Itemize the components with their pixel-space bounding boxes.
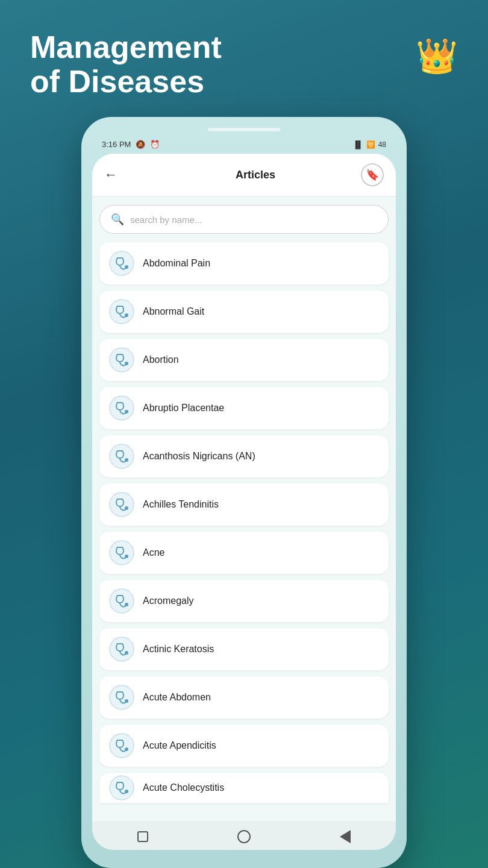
- article-label: Abdominal Pain: [143, 258, 210, 269]
- list-item[interactable]: Actinic Keratosis: [99, 628, 389, 670]
- article-label: Actinic Keratosis: [143, 644, 214, 655]
- svg-point-4: [110, 348, 134, 372]
- svg-point-1: [125, 265, 128, 269]
- list-item[interactable]: Acanthosis Nigricans (AN): [99, 435, 389, 477]
- title-block: Management of Diseases: [30, 30, 222, 99]
- list-item[interactable]: Abruptio Placentae: [99, 387, 389, 429]
- list-item[interactable]: Abnormal Gait: [99, 291, 389, 333]
- article-label: Acanthosis Nigricans (AN): [143, 451, 255, 462]
- bookmark-button[interactable]: 🔖: [361, 163, 384, 186]
- svg-point-19: [125, 699, 128, 703]
- phone-screen: ← Articles 🔖 🔍 search by name...: [92, 154, 396, 850]
- stethoscope-icon: [109, 637, 134, 662]
- svg-point-20: [110, 734, 134, 758]
- status-right: ▐▌ 🛜 48: [353, 140, 386, 149]
- phone-frame: 3:16 PM 🔕 ⏰ ▐▌ 🛜 48 ← Articles 🔖 🔍 searc…: [81, 117, 407, 868]
- search-icon: 🔍: [111, 213, 124, 226]
- svg-point-2: [110, 300, 134, 324]
- back-button[interactable]: ←: [104, 167, 117, 183]
- article-label: Abnormal Gait: [143, 306, 204, 317]
- wifi-icon: 🛜: [366, 140, 375, 149]
- stethoscope-icon: [109, 540, 134, 565]
- stethoscope-icon: [109, 444, 134, 469]
- alarm-icon: ⏰: [150, 140, 160, 149]
- silent-icon: 🔕: [136, 140, 145, 149]
- list-item[interactable]: Abortion: [99, 339, 389, 381]
- article-label: Acute Cholecystitis: [143, 782, 224, 793]
- svg-point-21: [125, 747, 128, 751]
- content-area: 🔍 search by name... Abdominal Pain: [92, 197, 396, 821]
- article-label: Achilles Tendinitis: [143, 499, 219, 510]
- svg-point-17: [125, 651, 128, 655]
- svg-point-18: [110, 685, 134, 709]
- time-display: 3:16 PM: [102, 140, 131, 149]
- svg-point-15: [125, 603, 128, 606]
- article-label: Acromegaly: [143, 596, 193, 606]
- list-item[interactable]: Acute Abdomen: [99, 676, 389, 719]
- stethoscope-icon: [109, 775, 134, 800]
- list-item-partial[interactable]: Acute Cholecystitis: [99, 773, 389, 803]
- svg-point-9: [125, 458, 128, 462]
- svg-point-0: [110, 251, 134, 275]
- svg-point-11: [125, 506, 128, 510]
- stethoscope-icon: [109, 347, 134, 373]
- svg-point-22: [110, 776, 134, 800]
- article-label: Abruptio Placentae: [143, 403, 224, 414]
- battery-display: 48: [378, 140, 386, 149]
- list-item[interactable]: Acromegaly: [99, 580, 389, 622]
- nav-title: Articles: [127, 169, 384, 181]
- bookmark-icon: 🔖: [366, 168, 379, 181]
- square-icon: [137, 831, 148, 842]
- article-label: Abortion: [143, 354, 179, 365]
- status-bar: 3:16 PM 🔕 ⏰ ▐▌ 🛜 48: [92, 137, 396, 154]
- page-title-line1: Management: [30, 30, 222, 64]
- svg-point-6: [110, 396, 134, 420]
- svg-point-13: [125, 555, 128, 558]
- svg-point-12: [110, 541, 134, 565]
- stethoscope-icon: [109, 685, 134, 710]
- stethoscope-icon: [109, 588, 134, 614]
- svg-point-3: [125, 313, 128, 317]
- svg-point-16: [110, 637, 134, 661]
- search-placeholder: search by name...: [130, 215, 377, 225]
- page-header: Management of Diseases 👑: [0, 0, 488, 117]
- home-button[interactable]: [236, 828, 252, 845]
- list-item[interactable]: Abdominal Pain: [99, 242, 389, 285]
- triangle-icon: [340, 830, 351, 843]
- crown-icon: 👑: [416, 36, 458, 76]
- svg-point-14: [110, 589, 134, 613]
- signal-icon: ▐▌: [353, 140, 363, 149]
- search-bar[interactable]: 🔍 search by name...: [99, 205, 389, 234]
- phone-notch: [208, 128, 280, 131]
- stethoscope-icon: [109, 492, 134, 517]
- article-label: Acute Abdomen: [143, 692, 211, 703]
- stethoscope-icon: [109, 395, 134, 421]
- android-nav-bar: [92, 821, 396, 850]
- svg-point-8: [110, 444, 134, 468]
- svg-point-7: [125, 410, 128, 414]
- status-left: 3:16 PM 🔕 ⏰: [102, 140, 160, 149]
- stethoscope-icon: [109, 299, 134, 324]
- recent-apps-button[interactable]: [134, 828, 151, 845]
- back-nav-button[interactable]: [337, 828, 354, 845]
- svg-point-10: [110, 492, 134, 517]
- circle-icon: [237, 830, 251, 843]
- nav-bar: ← Articles 🔖: [92, 154, 396, 197]
- list-item[interactable]: Acute Apendicitis: [99, 725, 389, 767]
- article-label: Acne: [143, 547, 164, 558]
- svg-point-23: [125, 790, 128, 793]
- svg-point-5: [125, 362, 128, 365]
- list-item[interactable]: Acne: [99, 532, 389, 574]
- stethoscope-icon: [109, 251, 134, 276]
- page-title-line2: of Diseases: [30, 64, 222, 99]
- article-label: Acute Apendicitis: [143, 740, 216, 751]
- list-item[interactable]: Achilles Tendinitis: [99, 483, 389, 526]
- stethoscope-icon: [109, 733, 134, 758]
